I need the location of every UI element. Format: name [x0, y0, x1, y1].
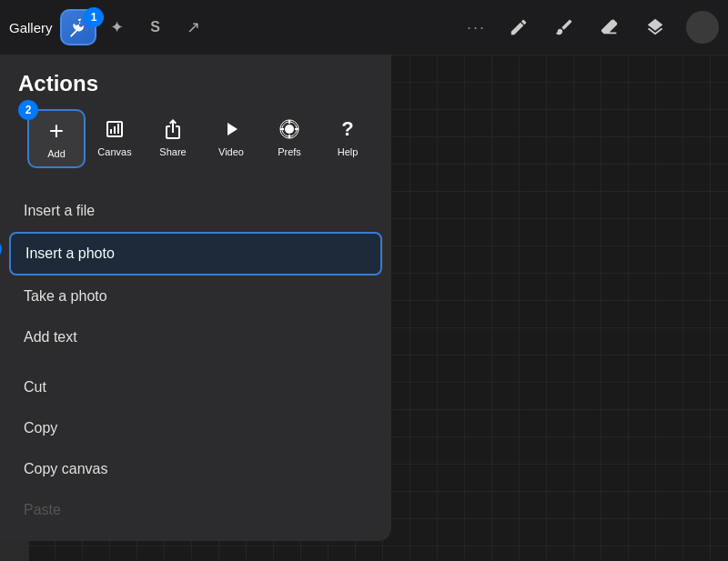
- panel-title: Actions: [18, 71, 373, 96]
- insert-photo-wrapper: 3 Insert a photo: [9, 232, 382, 275]
- menu-item-insert-photo[interactable]: Insert a photo: [9, 232, 382, 275]
- modify-icon[interactable]: ✦: [104, 14, 131, 41]
- sub-button-canvas[interactable]: Canvas: [86, 109, 144, 165]
- sub-button-video[interactable]: Video: [202, 109, 260, 165]
- gallery-button[interactable]: Gallery: [9, 20, 53, 35]
- canvas-label: Canvas: [97, 146, 131, 157]
- toolbar-right: [504, 11, 719, 44]
- add-icon: +: [44, 118, 69, 144]
- menu-item-add-text[interactable]: Add text: [9, 317, 382, 357]
- eraser-svg: [600, 17, 620, 37]
- annotation-2: 2: [18, 100, 38, 120]
- share-label: Share: [159, 146, 186, 157]
- annotation-1: 1: [84, 7, 104, 27]
- add-label: Add: [47, 148, 66, 159]
- prefs-icon: [277, 116, 302, 142]
- share-icon: [160, 116, 186, 142]
- layers-svg: [645, 17, 665, 37]
- canvas-icon: [102, 116, 127, 142]
- menu-section-bottom: Cut Copy Copy canvas Paste: [9, 367, 382, 530]
- sub-toolbar: 2 + Add Canvas: [18, 109, 373, 181]
- brush-svg: [554, 17, 574, 37]
- sub-button-prefs[interactable]: Prefs: [260, 109, 318, 165]
- panel-header: Actions 2 + Add Canvas: [0, 55, 391, 190]
- annotation-3: 3: [0, 239, 2, 259]
- sub-button-share[interactable]: Share: [144, 109, 202, 165]
- menu-item-copy[interactable]: Copy: [9, 408, 382, 448]
- menu-item-take-photo[interactable]: Take a photo: [9, 276, 382, 316]
- arrow-icon[interactable]: ↗: [180, 14, 207, 41]
- gallery-label: Gallery: [9, 20, 53, 35]
- menu-item-copy-canvas[interactable]: Copy canvas: [9, 449, 382, 489]
- sub-button-add[interactable]: + Add: [27, 109, 86, 168]
- menu-separator: [0, 359, 391, 366]
- liquify-icon[interactable]: S: [142, 14, 169, 41]
- more-options[interactable]: ···: [467, 18, 486, 37]
- help-label: Help: [338, 146, 359, 157]
- toolbar-icons: ✦ S ↗: [104, 14, 207, 41]
- layers-icon[interactable]: [641, 13, 670, 42]
- menu-item-insert-file[interactable]: Insert a file: [9, 191, 382, 231]
- video-icon: [218, 116, 244, 142]
- brush-icon[interactable]: [550, 13, 579, 42]
- prefs-label: Prefs: [278, 146, 301, 157]
- pen-svg: [509, 17, 529, 37]
- actions-panel: Actions 2 + Add Canvas: [0, 55, 391, 541]
- video-label: Video: [218, 146, 244, 157]
- sub-button-help[interactable]: ? Help: [318, 109, 377, 165]
- menu-section-top: Insert a file 3 Insert a photo Take a ph…: [9, 191, 382, 357]
- add-btn-wrapper: 2 + Add: [27, 109, 86, 168]
- avatar[interactable]: [686, 11, 719, 44]
- svg-point-0: [285, 125, 294, 134]
- menu-item-cut[interactable]: Cut: [9, 367, 382, 407]
- menu-item-paste: Paste: [9, 490, 382, 530]
- pen-icon[interactable]: [504, 13, 533, 42]
- top-toolbar: Gallery ✦ S ↗ ···: [0, 0, 728, 55]
- help-icon: ?: [335, 116, 360, 142]
- eraser-icon[interactable]: [595, 13, 624, 42]
